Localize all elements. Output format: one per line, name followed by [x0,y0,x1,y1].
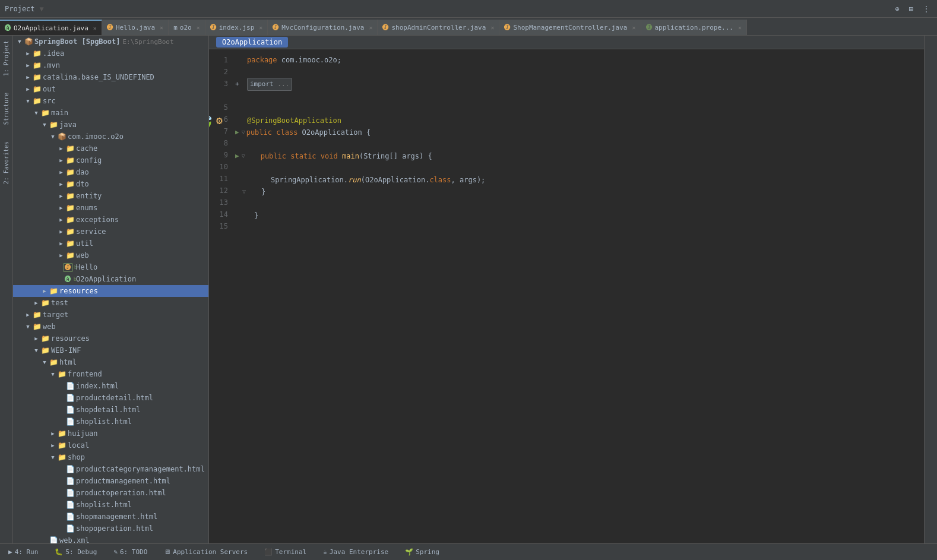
tree-item-web-resources[interactable]: ▶ 📁 resources [13,333,208,344]
bottom-tab-spring[interactable]: 🌱 Spring [401,544,443,561]
tab-close-index-jsp[interactable]: ✕ [259,24,262,31]
bottom-tab-debug[interactable]: 🐛 5: Debug [51,544,100,561]
run-gutter-9[interactable]: ▶ [235,150,239,162]
tree-item-index-html[interactable]: ▶ 📄 index.html [13,380,208,392]
tab-mvc-config[interactable]: 🅙 MvcConfiguration.java ✕ [268,20,378,35]
tree-item-shopoperation-html[interactable]: ▶ 📄 shopoperation.html [13,523,208,534]
toolbar-btn-new[interactable]: ⊕ [893,4,902,14]
tree-item-cache[interactable]: ▶ 📁 cache [13,143,208,154]
left-panel-project[interactable]: 1: Project [3,40,10,76]
tree-item-shopdetail-html[interactable]: ▶ 📄 shopdetail.html [13,404,208,416]
tree-item-out[interactable]: ▶ 📁 out [13,83,208,95]
tree-item-target[interactable]: ▶ 📁 target [13,309,208,321]
tab-close-app-props[interactable]: ✕ [738,24,742,31]
tree-item-huijuan[interactable]: ▶ 📁 huijuan [13,428,208,439]
toolbar-btn-more[interactable]: ⋮ [920,4,932,14]
tab-shop-admin[interactable]: 🅙 shopAdminController.java ✕ [378,20,499,35]
fold-gutter-12[interactable]: ▽ [242,186,246,198]
toolbar-btn-sync[interactable]: ⊞ [907,4,916,14]
tree-item-util[interactable]: ▶ 📁 util [13,238,208,249]
tree-item-mvn[interactable]: ▶ 📁 .mvn [13,59,208,71]
tree-arrow-web: ▶ [57,252,65,258]
tree-item-web[interactable]: ▶ 📁 web [13,249,208,261]
tab-o2o[interactable]: m o2o ✕ [169,20,205,35]
tree-item-shop[interactable]: ▼ 📁 shop [13,451,208,463]
javaee-tab-icon: ☕ [323,548,327,556]
tree-item-test[interactable]: ▶ 📁 test [13,297,208,309]
tab-close-o2o-app[interactable]: ✕ [93,25,97,31]
tab-hello[interactable]: 🅙 Hello.java ✕ [102,20,169,35]
tree-item-webinf[interactable]: ▼ 📁 WEB-INF [13,344,208,356]
tree-item-exceptions[interactable]: ▶ 📁 exceptions [13,214,208,226]
tree-arrow-dao: ▶ [57,169,65,175]
tab-app-props[interactable]: 🅙 application.prope... ✕ [641,20,747,35]
tab-close-shop-admin[interactable]: ✕ [490,24,494,31]
fold-gutter-7[interactable]: ▽ [242,126,245,138]
tree-item-o2o-app[interactable]: ▶ 🅐 b O2oApplication [13,273,208,285]
tree-item-productmanagement-html[interactable]: ▶ 📄 productmanagement.html [13,475,208,487]
bottom-tab-terminal[interactable]: ⬛ Terminal [261,544,310,561]
tree-label-web: web [76,251,89,260]
tree-item-java[interactable]: ▼ 📁 java [13,119,208,131]
dot1: . [295,54,299,66]
tree-item-web-xml[interactable]: ▶ 📄 web.xml [13,534,208,543]
tree-item-config[interactable]: ▶ 📁 config [13,154,208,166]
tree-item-src[interactable]: ▼ 📁 src [13,95,208,107]
tree-item-local[interactable]: ▶ 📁 local [13,439,208,451]
paren-open-9: ( [359,150,363,162]
bottom-tab-javaee[interactable]: ☕ Java Enterprise [319,544,392,561]
import-fold[interactable]: import ... [247,78,292,91]
tree-item-dto[interactable]: ▶ 📁 dto [13,178,208,190]
tree-item-shoplist2-html[interactable]: ▶ 📄 shoplist.html [13,499,208,511]
fold-gutter-9[interactable]: ▽ [242,150,245,162]
tree-item-catalina[interactable]: ▶ 📁 catalina.base_IS_UNDEFINED [13,71,208,83]
tree-arrow-idea: ▶ [24,50,32,56]
tree-item-idea[interactable]: ▶ 📁 .idea [13,48,208,59]
tree-item-html[interactable]: ▼ 📁 html [13,356,208,368]
tree-item-productoperation-html[interactable]: ▶ 📄 productoperation.html [13,487,208,499]
tab-close-hello[interactable]: ✕ [160,24,163,31]
tree-item-service[interactable]: ▶ 📁 service [13,226,208,238]
tree-item-productcategory-html[interactable]: ▶ 📄 productcategorymanagement.html [13,463,208,475]
tree-label-webinf: WEB-INF [51,346,81,355]
annotation-springboot: @SpringBootApplication [247,115,341,126]
tree-item-shoplist-html[interactable]: ▶ 📄 shoplist.html [13,416,208,428]
tree-item-resources[interactable]: ▶ 📁 resources [13,285,208,297]
tab-close-shop-mgmt[interactable]: ✕ [632,24,635,31]
bottom-tab-todo[interactable]: ✎ 6: TODO [110,544,151,561]
tree-item-package[interactable]: ▼ 📦 com.imooc.o2o [13,131,208,143]
tree-label-shopdetail-html: shopdetail.html [76,406,140,414]
editor-area[interactable]: O2oApplication 1 2 3 5 6 7 8 9 10 11 12 … [209,36,924,543]
tab-close-mvc-config[interactable]: ✕ [369,24,372,31]
tab-icon-mvc-config: 🅙 [273,24,279,31]
folder-icon-catalina: 📁 [32,72,42,82]
tree-item-hello[interactable]: ▶ 🅙 b Hello [13,261,208,273]
run-gutter-7[interactable]: ▶ [235,126,239,138]
tab-shop-mgmt[interactable]: 🅙 ShopManagementController.java ✕ [499,20,641,35]
tree-arrow-catalina: ▶ [24,74,32,80]
tree-item-web-root[interactable]: ▼ 📁 web [13,321,208,333]
left-panel-favorites[interactable]: 2: Favorites [3,141,10,184]
tree-arrow-dto: ▶ [57,181,65,187]
tree-label-huijuan: huijuan [68,429,98,438]
tab-close-o2o[interactable]: ✕ [197,24,200,31]
tree-item-dao[interactable]: ▶ 📁 dao [13,166,208,178]
dot-class: . [425,174,429,186]
tree-item-springboot[interactable]: ▼ 📦 SpringBoot [SpgBoot] E:\SpringBoot [13,36,208,48]
tab-o2o-app[interactable]: 🅐 O2oApplication.java ✕ [0,20,102,35]
bottom-tab-run[interactable]: ▶ 4: Run [5,544,42,561]
tree-item-entity[interactable]: ▶ 📁 entity [13,190,208,202]
bottom-tab-appserver[interactable]: 🖥 Application Servers [160,544,251,561]
tree-arrow-exceptions: ▶ [57,217,65,223]
tree-item-productdetail-html[interactable]: ▶ 📄 productdetail.html [13,392,208,404]
tree-item-enums[interactable]: ▶ 📁 enums [13,202,208,214]
top-toolbar: Project ▼ ⊕ ⊞ ⋮ [0,0,937,18]
tree-item-shopmanagement-html[interactable]: ▶ 📄 shopmanagement.html [13,511,208,523]
tab-index-jsp[interactable]: 🅙 index.jsp ✕ [205,20,268,35]
left-panel-structure[interactable]: Structure [3,93,10,125]
spring-run-icon[interactable]: ⚙ [216,115,223,126]
code-line-4 [233,91,924,103]
tree-item-frontend[interactable]: ▼ 📁 frontend [13,368,208,380]
kw-class-ref: class [429,174,451,186]
tree-item-main[interactable]: ▼ 📁 main [13,107,208,119]
